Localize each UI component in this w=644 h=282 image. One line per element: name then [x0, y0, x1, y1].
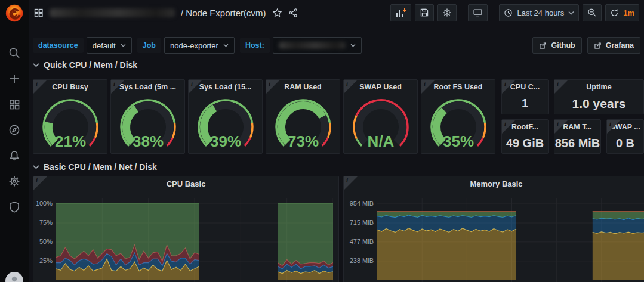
gauge-arc: 38% [114, 94, 182, 153]
gauge-value: N/A [367, 132, 394, 150]
gauge-value: 21% [54, 132, 85, 150]
y-axis-tick: 100% [33, 200, 53, 207]
panel-title[interactable]: Memory Basic [344, 176, 644, 191]
plot-area[interactable] [377, 198, 644, 282]
stat-value: 49 GiB [502, 137, 548, 150]
save-dashboard-button[interactable] [415, 4, 434, 21]
add-panel-button[interactable] [390, 4, 411, 21]
panel-info-icon[interactable]: i [502, 120, 516, 134]
y-axis: 100%75%50%25% [33, 191, 56, 282]
gauge-value: 39% [209, 132, 241, 150]
panel-info-icon[interactable]: i [111, 80, 125, 94]
stat-panel: iSWAP ...0 B [606, 119, 644, 154]
toolbar: Last 24 hours 1m [390, 4, 639, 21]
panel-info-icon[interactable]: i [421, 80, 435, 94]
create-plus-icon[interactable] [8, 73, 20, 85]
y-axis-tick: 238 MiB [344, 257, 374, 264]
gauge-panel: iSys Load (15...39% [188, 79, 263, 154]
memory-basic-panel: i Memory Basic 954 MiB715 MiB477 MiB238 … [343, 176, 644, 282]
chevron-down-icon [223, 44, 229, 47]
gauge-arc: 21% [36, 94, 104, 153]
configuration-gear-icon[interactable] [8, 175, 20, 187]
dashboards-grid-icon[interactable] [8, 98, 20, 110]
favorite-star-icon[interactable] [272, 8, 282, 18]
dashboard-links: Github Grafana [532, 37, 640, 54]
github-link[interactable]: Github [532, 37, 581, 54]
refresh-interval-label[interactable]: 1m [623, 8, 634, 17]
stat-row-2: iRootF...49 GiBiRAM T...856 MiBiSWAP ...… [501, 119, 644, 154]
plot-area[interactable] [56, 198, 333, 282]
section-quick-cpu-mem-disk[interactable]: Quick CPU / Mem / Disk [33, 60, 137, 70]
panel-info-icon[interactable]: i [266, 80, 280, 94]
panel-info-icon[interactable]: i [33, 176, 47, 190]
grafana-logo-icon[interactable] [4, 3, 24, 23]
sidebar [0, 0, 29, 282]
panel-info-icon[interactable]: i [554, 80, 568, 94]
y-axis-tick: 25% [33, 257, 53, 264]
collapse-chevron-icon [33, 165, 39, 169]
gauge-value: 38% [132, 132, 163, 150]
panel-info-icon[interactable]: i [607, 120, 621, 134]
gauge-value: 73% [287, 132, 318, 150]
stat-value: 856 MiB [554, 137, 600, 150]
gauge-panel: iRAM Used73% [266, 79, 340, 154]
host-select[interactable] [273, 37, 362, 54]
section-basic-cpu-mem-net-disk[interactable]: Basic CPU / Mem / Net / Disk [33, 162, 157, 172]
time-range-label: Last 24 hours [517, 8, 564, 17]
panel-info-icon[interactable]: i [502, 80, 516, 94]
memory-basic-chart[interactable]: 954 MiB715 MiB477 MiB238 MiB [344, 191, 644, 282]
gauge-arc: 73% [269, 94, 337, 153]
redacted-breadcrumb-text [50, 8, 175, 17]
chevron-down-icon [121, 44, 126, 47]
datasource-select[interactable]: default [87, 37, 132, 54]
cpu-basic-chart[interactable]: 100%75%50%25% [33, 191, 338, 282]
section-title: Basic CPU / Mem / Net / Disk [44, 162, 157, 172]
user-avatar[interactable] [5, 272, 23, 282]
grafana-dashboard: / Node Exporter(cvm) Last 24 hours [0, 0, 644, 282]
host-variable: Host: [240, 38, 362, 53]
dashboard-title[interactable]: / Node Exporter(cvm) [181, 8, 266, 18]
chevron-down-icon [568, 11, 574, 15]
panel-info-icon[interactable]: i [554, 120, 568, 134]
dashboard-grid-icon[interactable] [33, 8, 44, 18]
gauge-panel: iCPU Busy21% [33, 79, 107, 154]
grafana-link[interactable]: Grafana [587, 37, 640, 54]
job-variable: Job node-exporter [137, 38, 235, 53]
host-label: Host: [240, 38, 270, 53]
job-select[interactable]: node-exporter [164, 37, 235, 54]
panel-info-icon[interactable]: i [33, 80, 47, 94]
dashboard-settings-button[interactable] [437, 4, 457, 21]
gauge-arc: 35% [424, 94, 492, 153]
y-axis-tick: 477 MiB [344, 238, 374, 245]
panel-info-icon[interactable]: i [344, 80, 358, 94]
gauge-row: iCPU Busy21%iSys Load (5m ...38%iSys Loa… [33, 79, 495, 154]
panel-info-icon[interactable]: i [344, 176, 358, 190]
search-icon[interactable] [8, 47, 20, 59]
alerting-bell-icon[interactable] [8, 150, 20, 162]
gauge-value: 35% [442, 132, 473, 150]
stat-value: 1.0 years [554, 97, 643, 111]
stat-value: 0 B [607, 137, 643, 150]
tv-kiosk-mode-button[interactable] [468, 4, 488, 21]
share-icon[interactable] [288, 8, 298, 18]
server-admin-shield-icon[interactable] [8, 201, 20, 213]
gauge-arc: 39% [192, 94, 260, 153]
stat-panel: iRootF...49 GiB [501, 119, 549, 154]
gauge-panel: iSys Load (5m ...38% [110, 79, 185, 154]
gauge-panel: iSWAP UsedN/A [343, 79, 418, 154]
cpu-basic-panel: i CPU Basic 100%75%50%25% [33, 176, 339, 282]
explore-compass-icon[interactable] [8, 124, 20, 136]
y-axis: 954 MiB715 MiB477 MiB238 MiB [344, 191, 377, 282]
stat-panel: iRAM T...856 MiB [554, 119, 601, 154]
collapse-chevron-icon [33, 63, 39, 67]
y-axis-tick: 715 MiB [344, 219, 374, 226]
zoom-out-time-button[interactable] [583, 4, 602, 21]
variables-row: datasource default Job node-exporter Hos… [33, 37, 640, 54]
panel-info-icon[interactable]: i [189, 80, 202, 94]
panel-title[interactable]: CPU Basic [33, 176, 338, 191]
refresh-icon [610, 8, 619, 17]
external-link-icon [539, 42, 547, 49]
refresh-button-group[interactable]: 1m [605, 4, 639, 21]
time-range-picker[interactable]: Last 24 hours [499, 4, 579, 21]
section-title: Quick CPU / Mem / Disk [44, 60, 137, 70]
